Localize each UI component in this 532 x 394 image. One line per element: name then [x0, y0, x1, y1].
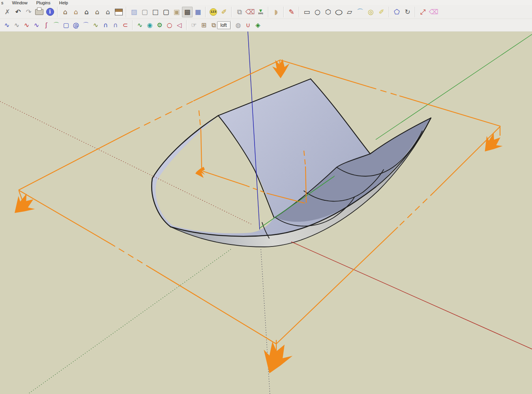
view-back-button[interactable]: ⌂: [92, 7, 103, 17]
undo-icon: ↶: [15, 9, 21, 15]
facestyle-hidden-line-button[interactable]: ▢: [161, 7, 171, 17]
eraser-button[interactable]: ⌫: [245, 7, 255, 17]
closed-loop-button[interactable]: ○: [165, 20, 174, 30]
print-icon: [35, 9, 43, 15]
toolbar-main: ✗↶↷i⌂⌂⌂⌂⌂▨▢□▢▣▩■123✐⧉⌫▼SVG◗✎▭○⬡○▱⌒◎✐⬠↻⤢⌫: [0, 5, 532, 19]
menu-plugins[interactable]: Plugins: [36, 0, 51, 5]
extrude-parallelogram-icon: ▱: [347, 9, 352, 15]
loft-icon: loft: [217, 21, 230, 29]
circle-nodes-button[interactable]: ◉: [145, 20, 155, 30]
extrude-curve-button[interactable]: ⌒: [355, 7, 365, 17]
convert-wrench-button[interactable]: ⚙: [155, 20, 165, 30]
bezier-arc-blue-icon: ⌒: [83, 22, 89, 28]
facestyle-monochrome-button[interactable]: ■: [193, 7, 203, 17]
toolbar-bezier-curviloft: ∿∿∿∿ʃ⌒▢@⌒∿∩∩⊂∿◉⚙○◁☞⊞⧉loft◍∪◈: [0, 19, 532, 32]
bezier-hook-button[interactable]: ∩: [101, 20, 111, 30]
group-cubes-button[interactable]: ⧉: [234, 7, 245, 17]
bezier-scurve-button[interactable]: ʃ: [41, 20, 51, 30]
extrude-loop-circle-icon: ◎: [368, 9, 374, 15]
view-iso-icon: ⌂: [63, 9, 67, 15]
bezier-scurve-icon: ʃ: [45, 22, 47, 28]
facestyle-monochrome-icon: ■: [195, 9, 201, 15]
loft-button[interactable]: loft: [219, 20, 229, 30]
curviloft-loft-spline-button[interactable]: ∪: [243, 20, 253, 30]
extrude-rectangle-button[interactable]: ▭: [302, 7, 312, 17]
bezier-roundrect-button[interactable]: ▢: [61, 20, 71, 30]
tape-measure-icon: ✐: [221, 9, 227, 15]
stretch-move-icon: ⤢: [420, 9, 426, 15]
bezier-polyline-olive-button[interactable]: ∿: [91, 20, 101, 30]
bezier-arc-red-icon: ⊂: [123, 22, 128, 28]
bezier-hook2-button[interactable]: ∩: [111, 20, 120, 30]
bezier-spiral-button[interactable]: @: [71, 20, 81, 30]
facestyle-textured-button[interactable]: ▩: [182, 7, 193, 17]
extrude-circle-button[interactable]: ○: [312, 7, 323, 17]
curviloft-skeleton-icon: ◈: [255, 22, 260, 28]
freehand-pen-button[interactable]: ✎: [286, 7, 297, 17]
bezier-polyline-icon: ∿: [4, 22, 9, 28]
extrude-polygon-button[interactable]: ⬡: [323, 7, 333, 17]
curviloft-skin-button[interactable]: ◍: [233, 20, 243, 30]
eraser-icon: ⌫: [245, 9, 255, 15]
edit-polygon-icon: ⬠: [394, 9, 400, 15]
loop-erase-button[interactable]: ⌫: [428, 7, 439, 17]
bezier-arc-red-button[interactable]: ⊂: [120, 20, 130, 30]
facestyle-hidden-line-icon: ▢: [163, 9, 169, 15]
closed-teardrop-icon: ◁: [177, 22, 182, 28]
facestyle-xray-button[interactable]: ▨: [129, 7, 139, 17]
undo-button[interactable]: ↶: [13, 7, 23, 17]
pan-hand-button[interactable]: ☞: [189, 20, 199, 30]
loop-rotate-button[interactable]: ↻: [402, 7, 413, 17]
polyline-nodes-button[interactable]: ∿: [135, 20, 145, 30]
component-report-button[interactable]: ⊞: [199, 20, 209, 30]
bezier-spline-button[interactable]: ∿: [32, 20, 41, 30]
freehand-pen-icon: ✎: [288, 9, 294, 15]
redo-icon: ↷: [26, 9, 31, 15]
menu-help[interactable]: Help: [59, 0, 68, 5]
view-top-button[interactable]: [113, 7, 124, 17]
view-iso-button[interactable]: ⌂: [60, 7, 71, 17]
facestyle-shaded-button[interactable]: ▣: [171, 7, 182, 17]
model-info-icon: i: [46, 8, 54, 16]
svg-export-button[interactable]: ▼SVG: [255, 7, 266, 17]
sandbox-surface-button[interactable]: ◗: [271, 7, 281, 17]
bezier-hook2-icon: ∩: [113, 22, 118, 28]
print-button[interactable]: [34, 7, 45, 17]
loop-rotate-icon: ↻: [405, 9, 410, 15]
bezier-arc-green-button[interactable]: ⌒: [51, 20, 61, 30]
menu-tools-partial[interactable]: s: [1, 0, 4, 5]
view-top-icon: [115, 9, 123, 15]
extrude-loop-brush-button[interactable]: ✐: [376, 7, 387, 17]
dimension-123-button[interactable]: 123: [208, 7, 219, 17]
view-left-button[interactable]: ⌂: [103, 7, 113, 17]
closed-teardrop-button[interactable]: ◁: [174, 20, 184, 30]
curviloft-skeleton-button[interactable]: ◈: [253, 20, 263, 30]
stretch-move-button[interactable]: ⤢: [418, 7, 428, 17]
delete-button[interactable]: ✗: [2, 7, 13, 17]
model-info-button[interactable]: i: [45, 7, 55, 17]
extrude-loop-circle-button[interactable]: ◎: [365, 7, 376, 17]
menu-window[interactable]: Window: [12, 0, 28, 5]
edit-polygon-button[interactable]: ⬠: [392, 7, 402, 17]
facestyle-wireframe-button[interactable]: □: [150, 7, 161, 17]
extrude-parallelogram-button[interactable]: ▱: [344, 7, 355, 17]
extrude-ellipse-button[interactable]: ○: [333, 7, 344, 17]
facestyle-wireframe-icon: □: [152, 9, 158, 15]
facestyle-back-edges-button[interactable]: ▢: [139, 7, 150, 17]
bezier-arc-blue-button[interactable]: ⌒: [81, 20, 91, 30]
extrude-circle-icon: ○: [315, 9, 320, 15]
extrude-ellipse-icon: ○: [335, 9, 343, 15]
redo-button[interactable]: ↷: [23, 7, 34, 17]
tape-measure-button[interactable]: ✐: [219, 7, 229, 17]
view-right-button[interactable]: ⌂: [71, 7, 81, 17]
view-right-icon: ⌂: [74, 9, 78, 15]
group-cubes-icon: ⧉: [237, 9, 242, 15]
convert-wrench-icon: ⚙: [157, 22, 162, 28]
view-front-button[interactable]: ⌂: [81, 7, 92, 17]
bezier-polyline-red-button[interactable]: ∿: [22, 20, 32, 30]
bezier-arc-green-icon: ⌒: [53, 22, 60, 28]
svg-export-icon: ▼SVG: [258, 9, 263, 15]
model-viewport[interactable]: [0, 32, 532, 394]
bezier-polyline-button[interactable]: ∿: [2, 20, 12, 30]
bezier-edit-button[interactable]: ∿: [12, 20, 22, 30]
